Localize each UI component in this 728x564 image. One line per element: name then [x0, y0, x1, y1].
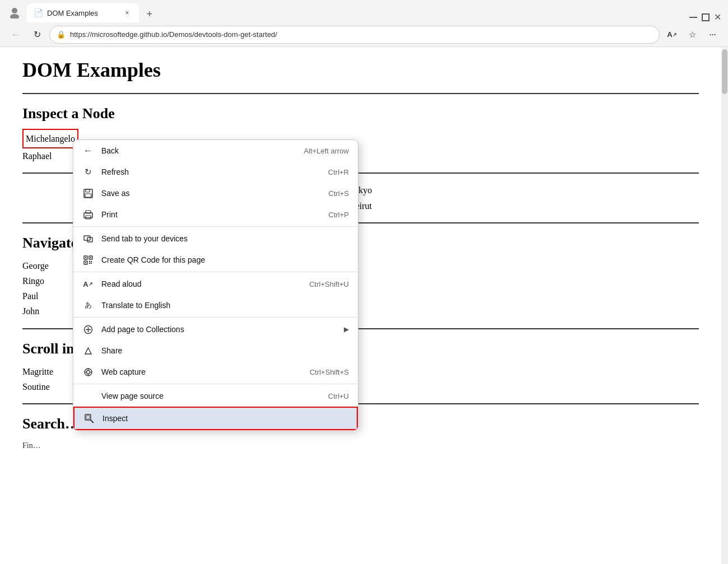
context-menu-web-capture[interactable]: Web capture Ctrl+Shift+S — [73, 361, 358, 383]
maximize-button[interactable] — [702, 13, 710, 21]
refresh-shortcut: Ctrl+R — [328, 168, 349, 176]
svg-rect-18 — [89, 263, 90, 264]
more-options-icon[interactable]: ··· — [703, 26, 721, 44]
menu-divider-3 — [73, 317, 358, 318]
read-aloud-menu-icon: A↗ — [82, 278, 94, 290]
context-menu-back[interactable]: ← Back Alt+Left arrow — [73, 140, 358, 161]
svg-rect-13 — [85, 257, 86, 258]
page-content: DOM Examples Inspect a Node Michelangelo… — [0, 47, 728, 564]
share-menu-icon — [82, 345, 94, 356]
svg-rect-15 — [85, 262, 86, 263]
print-menu-icon — [82, 209, 94, 220]
close-window-button[interactable]: ✕ — [714, 12, 721, 22]
svg-rect-31 — [86, 416, 90, 419]
browser-tab[interactable]: 📄 DOM Examples × — [27, 3, 139, 22]
svg-rect-16 — [89, 261, 90, 262]
send-tab-menu-label: Send tab to your devices — [101, 234, 349, 243]
qr-code-menu-icon — [82, 254, 94, 265]
menu-divider-4 — [73, 384, 358, 384]
back-button[interactable]: ← — [7, 26, 25, 44]
translate-menu-icon: あ — [82, 300, 94, 311]
back-menu-label: Back — [101, 146, 296, 155]
read-aloud-shortcut: Ctrl+Shift+U — [309, 280, 349, 288]
view-source-shortcut: Ctrl+U — [328, 392, 349, 400]
svg-point-1 — [10, 14, 19, 18]
new-tab-button[interactable]: + — [141, 6, 158, 22]
context-menu-inspect[interactable]: Inspect — [73, 407, 358, 430]
read-aloud-toolbar-icon[interactable]: A↗ — [663, 26, 681, 44]
svg-line-30 — [91, 420, 94, 423]
toolbar-actions: A↗ ☆ ··· — [663, 26, 721, 44]
tab-title: DOM Examples — [47, 9, 118, 17]
web-capture-shortcut: Ctrl+Shift+S — [310, 368, 349, 376]
read-aloud-menu-label: Read aloud — [101, 279, 301, 288]
web-capture-menu-icon — [82, 366, 94, 377]
browser-window: 📄 DOM Examples × + ✕ ← ↻ 🔒 https://micro… — [0, 0, 728, 564]
print-menu-label: Print — [101, 210, 321, 219]
save-as-menu-icon — [82, 188, 94, 199]
share-menu-label: Share — [101, 346, 349, 355]
translate-menu-label: Translate to English — [101, 301, 349, 310]
context-menu-view-source[interactable]: View page source Ctrl+U — [73, 385, 358, 407]
save-as-shortcut: Ctrl+S — [329, 189, 349, 198]
refresh-menu-icon: ↻ — [82, 166, 94, 178]
svg-rect-4 — [85, 194, 91, 197]
context-menu-save-as[interactable]: Save as Ctrl+S — [73, 183, 358, 204]
lock-icon: 🔒 — [57, 30, 66, 39]
svg-point-24 — [86, 370, 90, 374]
context-menu-collections[interactable]: Add page to Collections ▶ — [73, 319, 358, 340]
browser-toolbar: ← ↻ 🔒 https://microsoftedge.github.io/De… — [0, 22, 728, 47]
view-source-menu-icon — [82, 390, 94, 402]
profile-icon[interactable] — [4, 2, 25, 22]
svg-point-0 — [12, 8, 17, 13]
context-menu-share[interactable]: Share — [73, 340, 358, 361]
inspect-menu-icon — [83, 413, 95, 424]
svg-rect-14 — [90, 257, 91, 258]
minimize-button[interactable] — [689, 17, 697, 18]
svg-rect-6 — [86, 216, 91, 219]
context-menu: ← Back Alt+Left arrow ↻ Refresh Ctrl+R — [73, 139, 358, 431]
collections-menu-icon — [82, 324, 94, 335]
refresh-menu-label: Refresh — [101, 167, 320, 176]
send-tab-menu-icon — [82, 233, 94, 244]
menu-divider-1 — [73, 226, 358, 227]
collections-menu-label: Add page to Collections — [101, 325, 336, 334]
back-shortcut: Alt+Left arrow — [304, 147, 349, 155]
context-menu-read-aloud[interactable]: A↗ Read aloud Ctrl+Shift+U — [73, 273, 358, 295]
context-menu-translate[interactable]: あ Translate to English — [73, 295, 358, 316]
tab-favicon-icon: 📄 — [34, 8, 43, 17]
context-menu-print[interactable]: Print Ctrl+P — [73, 204, 358, 225]
menu-divider-2 — [73, 272, 358, 272]
refresh-button[interactable]: ↻ — [28, 26, 46, 44]
web-capture-menu-label: Web capture — [101, 367, 302, 376]
context-menu-qr-code[interactable]: Create QR Code for this page — [73, 249, 358, 271]
tab-close-button[interactable]: × — [122, 8, 132, 18]
title-bar: 📄 DOM Examples × + ✕ — [0, 0, 728, 22]
context-menu-overlay: ← Back Alt+Left arrow ↻ Refresh Ctrl+R — [0, 47, 728, 564]
save-as-menu-label: Save as — [101, 189, 321, 198]
qr-code-menu-label: Create QR Code for this page — [101, 255, 349, 264]
favorites-icon[interactable]: ☆ — [683, 26, 701, 44]
address-bar[interactable]: 🔒 https://microsoftedge.github.io/Demos/… — [49, 26, 660, 44]
view-source-menu-label: View page source — [101, 391, 320, 400]
svg-rect-19 — [91, 263, 92, 264]
inspect-menu-label: Inspect — [102, 414, 348, 423]
context-menu-refresh[interactable]: ↻ Refresh Ctrl+R — [73, 161, 358, 183]
context-menu-send-tab[interactable]: Send tab to your devices — [73, 228, 358, 249]
svg-rect-17 — [91, 261, 92, 262]
collections-arrow: ▶ — [344, 325, 349, 333]
print-shortcut: Ctrl+P — [329, 211, 349, 219]
url-text: https://microsoftedge.github.io/Demos/de… — [70, 30, 652, 39]
back-menu-icon: ← — [82, 145, 94, 156]
